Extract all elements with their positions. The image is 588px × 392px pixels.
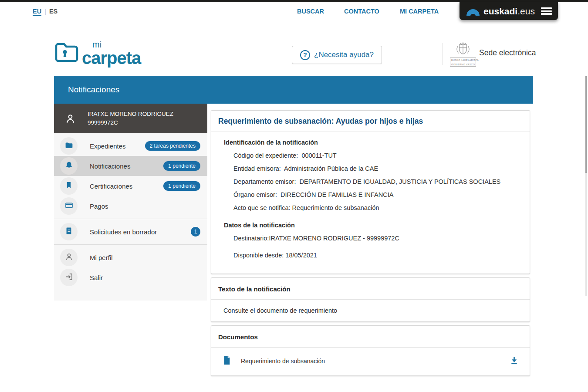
folder-icon: [64, 141, 74, 152]
sidebar-item-label: Solicitudes en borrador: [90, 228, 157, 236]
sidebar-item-solicitudes-borrador[interactable]: Solicitudes en borrador 1: [54, 222, 207, 242]
main-content: Requerimiento de subsanación: Ayudas por…: [211, 110, 530, 379]
sidebar-item-salir[interactable]: Salir: [54, 267, 207, 287]
document-name: Requerimiento de subsanación: [241, 358, 325, 365]
emblem-text-line2: GOBIERNO VASCO: [450, 62, 476, 67]
row-value: IRATXE MORENO RODRIGUEZ - 99999972C: [269, 235, 399, 242]
download-button[interactable]: [507, 354, 521, 368]
brand-name: euskadi: [483, 6, 517, 16]
nav-mi-carpeta-link[interactable]: MI CARPETA: [400, 8, 439, 15]
sidebar-divider: [54, 244, 207, 245]
person-icon: [64, 113, 76, 125]
user-id: 99999972C: [88, 119, 118, 126]
pending-badge: 1 pendiente: [163, 161, 200, 171]
info-row-acto: Acto que se notifica: Requerimiento de s…: [233, 204, 523, 211]
scrollbar-track[interactable]: [585, 76, 587, 296]
logo-carpeta: carpeta: [82, 49, 141, 67]
sidebar-item-notificaciones[interactable]: Notificaciones 1 pendiente: [54, 156, 207, 176]
documents-card: Documentos Requerimiento de subsanación: [211, 325, 530, 376]
brand-tld: .eus: [517, 6, 535, 16]
bookmark-icon: [64, 181, 73, 191]
info-row-organo: Órgano emisor: DIRECCIÓN DE FAMILIAS E I…: [233, 191, 523, 198]
help-button-label: ¿Necesita ayuda?: [314, 51, 374, 59]
folder-keyhole-icon: [54, 40, 79, 65]
sidebar-item-label: Notificaciones: [90, 162, 130, 170]
notification-detail-card: Requerimiento de subsanación: Ayudas por…: [211, 110, 530, 274]
logout-icon: [64, 272, 74, 283]
nav-contacto-link[interactable]: CONTACTO: [344, 8, 379, 15]
sede-electronica-label: Sede electrónica: [479, 48, 536, 57]
info-row-disponible: Disponible desde: 18/05/2021: [233, 252, 523, 259]
sidebar-divider: [54, 219, 207, 219]
help-circle-icon: [300, 50, 310, 60]
sidebar-item-pagos[interactable]: Pagos: [54, 196, 207, 216]
row-label: Órgano emisor:: [233, 191, 280, 198]
info-row-departamento: Departamento emisor: DEPARTAMENTO DE IGU…: [233, 178, 523, 185]
lang-eu-link[interactable]: EU: [33, 8, 41, 16]
section-banner-title: Notificaciones: [68, 85, 119, 94]
sidebar: IRATXE MORENO RODRIGUEZ 99999972C Expedi…: [54, 104, 207, 301]
user-block: IRATXE MORENO RODRIGUEZ 99999972C: [54, 104, 207, 133]
page: EU|ES BUSCAR CONTACTO MI CARPETA euskadi…: [0, 0, 588, 392]
euskadi-brand-text: euskadi.eus: [483, 6, 535, 17]
notification-title: Requerimiento de subsanación: Ayudas por…: [211, 111, 530, 132]
info-row-codigo: Código del expediente: 000011-TUT: [233, 152, 523, 159]
text-section-body: Consulte el documento de requerimiento: [211, 300, 530, 321]
header-divider: [443, 43, 443, 65]
person-icon: [64, 252, 74, 263]
hamburger-menu-icon[interactable]: [541, 7, 552, 15]
pending-tasks-badge: 2 tareas pendientes: [145, 141, 200, 151]
pending-badge: 1 pendiente: [163, 181, 200, 191]
row-value: 18/05/2021: [285, 252, 317, 259]
text-section-heading: Texto de la notificación: [211, 278, 530, 300]
row-label: Código del expediente:: [233, 152, 301, 159]
data-heading: Datos de la notificación: [224, 222, 523, 229]
row-value: Requerimiento de subsanación: [292, 204, 379, 211]
coat-of-arms-icon: [454, 42, 472, 56]
document-row: Requerimiento de subsanación: [211, 348, 530, 375]
sidebar-item-label: Expedientes: [90, 142, 126, 150]
nav-buscar-link[interactable]: BUSCAR: [297, 8, 324, 15]
lang-separator: |: [44, 8, 46, 15]
logo-text: mi carpeta: [82, 40, 141, 67]
sidebar-item-label: Certificaciones: [90, 182, 132, 190]
row-value: DEPARTAMENTO DE IGUALDAD, JUSTICIA Y POL…: [300, 178, 501, 185]
gobierno-vasco-emblem: EUSKO JAURLARITZA GOBIERNO VASCO: [450, 42, 476, 67]
section-banner: Notificaciones: [54, 76, 533, 104]
sidebar-item-certificaciones[interactable]: Certificaciones 1 pendiente: [54, 176, 207, 196]
info-row-entidad: Entidad emisora: Administración Pública …: [233, 165, 523, 172]
help-button[interactable]: ¿Necesita ayuda?: [292, 46, 382, 64]
lang-es-link[interactable]: ES: [49, 8, 57, 15]
sidebar-item-label: Pagos: [90, 203, 108, 210]
row-label: Destinatario:: [233, 235, 269, 242]
draft-count-badge: 1: [191, 227, 200, 237]
row-value: Administración Pública de la CAE: [284, 165, 378, 172]
info-row-destinatario: Destinatario:IRATXE MORENO RODRIGUEZ - 9…: [233, 235, 523, 242]
language-switcher: EU|ES: [33, 8, 57, 15]
row-label: Entidad emisora:: [233, 165, 284, 172]
mi-carpeta-logo[interactable]: mi carpeta: [54, 40, 141, 67]
sidebar-item-expedientes[interactable]: Expedientes 2 tareas pendientes: [54, 136, 207, 156]
row-label: Departamento emisor:: [233, 178, 300, 185]
row-value: DIRECCIÓN DE FAMILIAS E INFANCIA: [280, 191, 393, 198]
logo-mi: mi: [92, 40, 141, 49]
row-value: 000011-TUT: [301, 152, 336, 159]
user-name: IRATXE MORENO RODRIGUEZ 99999972C: [88, 110, 173, 127]
sidebar-item-mi-perfil[interactable]: Mi perfil: [54, 247, 207, 267]
document-icon: [64, 226, 73, 237]
row-label: Disponible desde:: [233, 252, 285, 259]
top-bar: EU|ES BUSCAR CONTACTO MI CARPETA euskadi…: [0, 2, 588, 21]
identification-heading: Identificación de la notificación: [224, 139, 523, 146]
documents-heading: Documentos: [211, 326, 530, 348]
scrollbar-thumb[interactable]: [585, 76, 587, 173]
credit-card-icon: [64, 201, 74, 212]
notification-text-card: Texto de la notificación Consulte el doc…: [211, 277, 530, 322]
sidebar-menu: Expedientes 2 tareas pendientes Notifica…: [54, 133, 207, 301]
row-label: Acto que se notifica:: [233, 204, 292, 211]
bell-icon: [64, 161, 74, 172]
user-fullname: IRATXE MORENO RODRIGUEZ: [88, 111, 173, 117]
sidebar-item-label: Salir: [90, 274, 103, 281]
sidebar-item-label: Mi perfil: [90, 254, 113, 261]
download-icon: [509, 355, 519, 367]
euskadi-brand-box[interactable]: euskadi.eus: [460, 2, 558, 20]
